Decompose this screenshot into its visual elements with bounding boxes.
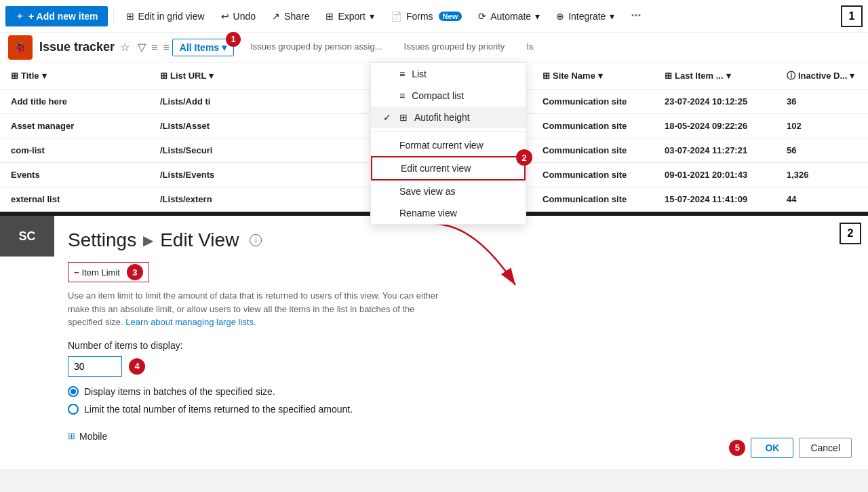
number-input-row: 4: [68, 356, 848, 377]
compact-icon: ≡: [399, 90, 405, 101]
view-bar: 🐞 Issue tracker ☆ ▽ ≡ ≡ All Items ▾ 1 Is…: [0, 33, 868, 62]
all-items-label: All Items: [180, 42, 219, 53]
format-label: Format current view: [399, 140, 484, 151]
step-2-label: 2: [848, 227, 854, 240]
cell-site: Communication site: [537, 96, 659, 107]
cell-title: Asset manager: [5, 121, 155, 131]
automate-button[interactable]: ⟳ Automate ▾: [471, 7, 547, 26]
step-4-badge: 4: [129, 358, 145, 375]
top-bar: ＋ + Add new item ⊞ Edit in grid view ↩ U…: [0, 0, 868, 33]
check-icon: ✓: [382, 112, 393, 123]
items-label: Number of items to display:: [68, 340, 848, 351]
filter-icon[interactable]: ▽: [138, 41, 146, 54]
col-url-header: ⊞ List URL ▾: [155, 71, 290, 81]
view-filter-icons: ▽ ≡ ≡: [138, 41, 170, 54]
dropdown-save-view[interactable]: Save view as: [371, 181, 526, 202]
step-1-badge: 1: [226, 32, 241, 47]
radio-btn-1[interactable]: [68, 386, 79, 397]
view-selector[interactable]: All Items ▾ 1: [172, 39, 234, 56]
cell-site: Communication site: [537, 121, 659, 131]
add-new-label: + Add new item: [28, 11, 98, 22]
cell-inactive: 36: [781, 96, 863, 107]
site-col-icon: ⊞: [542, 71, 550, 81]
chevron-down-col2[interactable]: ▾: [209, 71, 214, 81]
ok-button[interactable]: OK: [751, 438, 793, 458]
autofit-label: Autofit height: [414, 112, 470, 123]
tab-issues-priority[interactable]: Issues grouped by priority: [393, 33, 516, 62]
cell-url: /Lists/Events: [155, 170, 290, 180]
export-button[interactable]: ⊞ Export ▾: [319, 7, 380, 26]
forms-button[interactable]: 📄 Forms New: [384, 7, 469, 26]
more-button[interactable]: ···: [624, 5, 648, 27]
dropdown-list[interactable]: ≡ List: [371, 63, 526, 85]
cell-last: 23-07-2024 10:12:25: [659, 96, 781, 107]
integrate-button[interactable]: ⊕ Integrate ▾: [549, 7, 621, 26]
radio-item-1[interactable]: Display items in batches of the specifie…: [68, 386, 848, 397]
radio-group: Display items in batches of the specifie…: [68, 386, 848, 415]
plus-icon: ＋: [15, 10, 24, 22]
share-button[interactable]: ↗ Share: [265, 7, 316, 26]
tab-issues-3[interactable]: Is: [515, 33, 544, 62]
forms-icon: 📄: [391, 11, 402, 22]
sc-badge: SC: [0, 216, 54, 257]
minus-icon: −: [74, 267, 79, 278]
col-last-header: ⊞ Last Item ... ▾: [659, 71, 781, 81]
cell-site: Communication site: [537, 145, 659, 155]
col-title-header: ⊞ Title ▾: [5, 71, 155, 81]
col-site-header: ⊞ Site Name ▾: [537, 71, 659, 81]
view-toggle-icon[interactable]: ≡: [151, 41, 157, 54]
info-icon: i: [250, 234, 262, 246]
learn-more-link[interactable]: Learn about managing large lists.: [125, 317, 256, 327]
divider: [113, 8, 114, 24]
undo-button[interactable]: ↩ Undo: [214, 7, 262, 26]
cell-last: 15-07-2024 11:41:09: [659, 194, 781, 204]
chevron-down-icon3: ▾: [610, 11, 614, 22]
cell-title: Add title here: [5, 96, 155, 107]
cell-inactive: 56: [781, 145, 863, 155]
dropdown-autofit[interactable]: ✓ ⊞ Autofit height: [371, 107, 526, 128]
star-icon[interactable]: ☆: [120, 41, 130, 54]
chevron-down-col4[interactable]: ▾: [726, 71, 731, 81]
rename-label: Rename view: [399, 208, 457, 219]
dropdown-format[interactable]: Format current view: [371, 134, 526, 156]
cell-last: 09-01-2021 20:01:43: [659, 170, 781, 180]
url-col-icon: ⊞: [160, 71, 167, 81]
item-limit-section: − Item Limit 3: [68, 262, 149, 282]
step-1-label: 1: [849, 10, 855, 22]
list-icon: ≡: [399, 69, 405, 79]
dropdown-rename[interactable]: Rename view: [371, 202, 526, 224]
cell-title: Events: [5, 170, 155, 180]
dropdown-compact[interactable]: ≡ Compact list: [371, 85, 526, 107]
cell-last: 03-07-2024 11:27:21: [659, 145, 781, 155]
cell-inactive: 44: [781, 194, 863, 204]
chevron-down-icon4: ▾: [222, 42, 226, 53]
dropdown-edit-current[interactable]: Edit current view 2: [371, 156, 526, 181]
save-view-label: Save view as: [399, 186, 455, 197]
cell-url: /Lists/Add ti: [155, 96, 290, 107]
radio-item-2[interactable]: Limit the total number of items returned…: [68, 404, 848, 415]
radio-btn-2[interactable]: [68, 404, 79, 415]
edit-current-label: Edit current view: [401, 163, 471, 174]
mobile-label: Mobile: [79, 431, 107, 442]
chevron-down-col5[interactable]: ▾: [850, 71, 854, 81]
edit-grid-button[interactable]: ⊞ Edit in grid view: [119, 7, 212, 26]
radio-label-2: Limit the total number of items returned…: [84, 404, 353, 415]
bottom-actions: 5 OK Cancel: [729, 438, 852, 458]
items-number-input[interactable]: [68, 356, 122, 377]
add-new-button[interactable]: ＋ + Add new item: [5, 6, 108, 26]
chevron-down-col1[interactable]: ▾: [42, 71, 47, 81]
cell-inactive: 1,326: [781, 170, 863, 180]
settings-word: Settings: [68, 229, 136, 251]
integrate-icon: ⊕: [556, 11, 564, 22]
col-inactive-header: ⓘ Inactive D... ▾: [781, 70, 863, 82]
autofit-icon: ⊞: [399, 112, 408, 123]
chevron-down-col3[interactable]: ▾: [598, 71, 603, 81]
title-col-icon: ⊞: [11, 71, 18, 81]
section-description: Use an item limit to limit the amount of…: [68, 289, 441, 329]
cell-site: Communication site: [537, 194, 659, 204]
cancel-button[interactable]: Cancel: [799, 438, 852, 458]
hamburger-icon[interactable]: ≡: [163, 41, 169, 54]
chevron-down-icon: ▾: [370, 11, 374, 22]
tab-issues-person[interactable]: Issues grouped by person assig...: [239, 33, 393, 62]
red-arrow: [420, 217, 542, 305]
